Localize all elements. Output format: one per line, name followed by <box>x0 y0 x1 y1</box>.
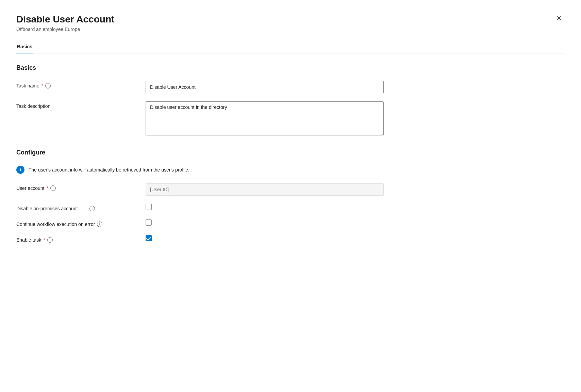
disable-onpremises-checkbox[interactable] <box>146 204 152 210</box>
enable-task-info-icon[interactable]: i <box>47 237 53 243</box>
task-description-label: Task description <box>16 101 146 109</box>
disable-onpremises-checkbox-wrapper <box>146 204 152 210</box>
enable-task-required: * <box>43 237 45 243</box>
task-name-row: Task name * i <box>16 81 565 93</box>
info-banner: i The user's account info will automatic… <box>16 166 565 174</box>
disable-onpremises-label: Disable on-premises account i <box>16 204 146 211</box>
panel-header: Disable User Account Offboard an employe… <box>16 14 565 32</box>
info-banner-text: The user's account info will automatical… <box>29 167 189 173</box>
header-text: Disable User Account Offboard an employe… <box>16 14 114 32</box>
task-name-info-icon[interactable]: i <box>45 83 51 88</box>
disable-onpremises-info-icon[interactable]: i <box>89 206 95 211</box>
configure-section: Configure i The user's account info will… <box>16 149 565 243</box>
continue-workflow-label: Continue workflow execution on error i <box>16 219 146 227</box>
user-account-row: User account * i <box>16 183 565 196</box>
user-account-info-icon[interactable]: i <box>50 185 56 191</box>
close-button[interactable]: ✕ <box>553 14 565 23</box>
enable-task-label: Enable task * i <box>16 235 146 243</box>
continue-workflow-row: Continue workflow execution on error i <box>16 219 565 227</box>
enable-task-checkbox-wrapper <box>146 235 152 241</box>
user-account-input[interactable] <box>146 183 384 196</box>
task-name-required: * <box>42 83 43 88</box>
task-name-label: Task name * i <box>16 81 146 88</box>
panel: Disable User Account Offboard an employe… <box>0 0 581 392</box>
tab-basics[interactable]: Basics <box>16 40 33 53</box>
continue-workflow-checkbox-wrapper <box>146 219 152 226</box>
close-icon: ✕ <box>556 15 562 22</box>
configure-section-title: Configure <box>16 149 565 156</box>
basics-section-title: Basics <box>16 64 565 71</box>
user-account-required: * <box>46 185 48 191</box>
info-banner-icon: i <box>16 166 24 174</box>
enable-task-row: Enable task * i <box>16 235 565 243</box>
panel-title: Disable User Account <box>16 14 114 25</box>
task-description-input[interactable]: Disable user account in the directory <box>146 101 384 135</box>
panel-subtitle: Offboard an employee Europe <box>16 27 114 32</box>
enable-task-checkbox[interactable] <box>146 235 152 241</box>
basics-section: Basics Task name * i Task description Di… <box>16 64 565 135</box>
task-name-input[interactable] <box>146 81 384 93</box>
continue-workflow-info-icon[interactable]: i <box>97 222 102 227</box>
continue-workflow-checkbox[interactable] <box>146 219 152 226</box>
task-description-row: Task description Disable user account in… <box>16 101 565 135</box>
user-account-label: User account * i <box>16 183 146 191</box>
disable-onpremises-row: Disable on-premises account i <box>16 204 565 211</box>
tabs: Basics <box>16 40 565 53</box>
